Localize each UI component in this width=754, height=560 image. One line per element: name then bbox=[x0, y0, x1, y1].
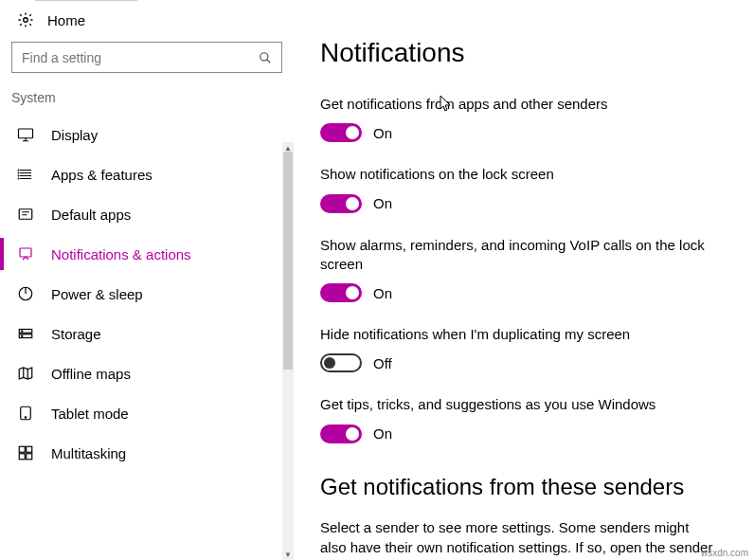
svg-point-6 bbox=[18, 178, 19, 179]
setting-label: Get tips, tricks, and suggestions as you… bbox=[320, 395, 718, 414]
group-label: System bbox=[0, 90, 294, 115]
svg-rect-7 bbox=[19, 209, 32, 220]
sidebar-item-power-sleep[interactable]: Power & sleep bbox=[0, 274, 294, 314]
sidebar-item-multitasking[interactable]: Multitasking bbox=[0, 433, 294, 473]
search-field[interactable] bbox=[22, 50, 259, 65]
setting-lock-screen: Show notifications on the lock screen On bbox=[320, 165, 727, 212]
toggle-state: Off bbox=[373, 355, 392, 371]
toggle-state: On bbox=[373, 195, 392, 211]
search-icon bbox=[259, 51, 272, 64]
svg-point-3 bbox=[18, 170, 19, 171]
sidebar-item-label: Power & sleep bbox=[51, 286, 143, 302]
tablet-icon bbox=[17, 405, 34, 422]
sidebar-item-offline-maps[interactable]: Offline maps bbox=[0, 353, 294, 393]
default-apps-icon bbox=[17, 206, 34, 223]
toggle-state: On bbox=[373, 425, 392, 442]
home-button[interactable]: Home bbox=[0, 4, 294, 42]
sidebar-item-label: Multitasking bbox=[51, 445, 126, 461]
notifications-icon bbox=[17, 245, 34, 262]
power-icon bbox=[17, 285, 34, 302]
sidebar-item-notifications-actions[interactable]: Notifications & actions bbox=[0, 234, 294, 274]
section-title: Get notifications from these senders bbox=[320, 474, 727, 500]
page-title: Notifications bbox=[320, 38, 727, 68]
sidebar-item-label: Offline maps bbox=[51, 366, 131, 382]
svg-point-0 bbox=[24, 18, 28, 23]
toggle-hide-duplicating[interactable] bbox=[320, 353, 362, 372]
home-label: Home bbox=[47, 12, 85, 28]
sidebar-item-tablet-mode[interactable]: Tablet mode bbox=[0, 393, 294, 433]
svg-rect-19 bbox=[27, 454, 32, 460]
scroll-thumb[interactable] bbox=[283, 152, 293, 370]
maps-icon bbox=[17, 365, 34, 382]
setting-get-notifications: Get notifications from apps and other se… bbox=[320, 95, 727, 142]
svg-rect-16 bbox=[19, 446, 25, 452]
setting-alarms-reminders: Show alarms, reminders, and incoming VoI… bbox=[320, 236, 727, 303]
section-description: Select a sender to see more settings. So… bbox=[320, 517, 718, 561]
svg-rect-2 bbox=[19, 129, 33, 138]
svg-rect-17 bbox=[27, 446, 32, 452]
setting-label: Hide notifications when I'm duplicating … bbox=[320, 325, 718, 344]
setting-label: Show alarms, reminders, and incoming VoI… bbox=[320, 236, 718, 275]
sidebar-item-apps-features[interactable]: Apps & features bbox=[0, 154, 294, 194]
svg-point-12 bbox=[22, 331, 23, 332]
watermark: wsxdn.com bbox=[701, 548, 748, 558]
storage-icon bbox=[17, 325, 34, 342]
sidebar-item-label: Display bbox=[51, 127, 98, 143]
svg-rect-8 bbox=[20, 248, 31, 257]
toggle-state: On bbox=[373, 125, 392, 141]
display-icon bbox=[17, 126, 34, 143]
sidebar-item-label: Tablet mode bbox=[51, 406, 129, 422]
sidebar-item-storage[interactable]: Storage bbox=[0, 314, 294, 353]
gear-icon bbox=[17, 11, 34, 28]
svg-point-5 bbox=[18, 175, 19, 176]
svg-point-13 bbox=[22, 335, 23, 336]
apps-icon bbox=[17, 166, 34, 183]
setting-hide-duplicating: Hide notifications when I'm duplicating … bbox=[320, 325, 727, 372]
toggle-state: On bbox=[373, 285, 392, 301]
sidebar-scrollbar[interactable]: ▲ ▼ bbox=[282, 142, 294, 560]
toggle-get-notifications[interactable] bbox=[320, 123, 362, 142]
main-content: Notifications Get notifications from app… bbox=[294, 0, 754, 560]
toggle-alarms-reminders[interactable] bbox=[320, 283, 362, 302]
setting-label: Show notifications on the lock screen bbox=[320, 165, 718, 184]
search-input[interactable] bbox=[11, 42, 282, 73]
toggle-tips-tricks[interactable] bbox=[320, 425, 362, 443]
toggle-lock-screen[interactable] bbox=[320, 194, 362, 213]
sidebar-item-label: Storage bbox=[51, 326, 101, 342]
svg-rect-18 bbox=[19, 454, 25, 460]
svg-point-4 bbox=[18, 172, 19, 173]
sidebar-item-default-apps[interactable]: Default apps bbox=[0, 194, 294, 234]
setting-label: Get notifications from apps and other se… bbox=[320, 95, 718, 114]
sidebar-item-label: Default apps bbox=[51, 207, 131, 223]
sidebar-item-label: Apps & features bbox=[51, 167, 153, 183]
multitasking-icon bbox=[17, 444, 34, 461]
svg-point-1 bbox=[260, 52, 268, 60]
scroll-down-icon[interactable]: ▼ bbox=[282, 549, 294, 560]
svg-point-15 bbox=[25, 417, 27, 419]
sidebar-item-display[interactable]: Display bbox=[0, 115, 294, 154]
sidebar-item-label: Notifications & actions bbox=[51, 246, 191, 262]
setting-tips-tricks: Get tips, tricks, and suggestions as you… bbox=[320, 395, 727, 443]
sidebar: Home System Display Apps & features bbox=[0, 0, 294, 560]
